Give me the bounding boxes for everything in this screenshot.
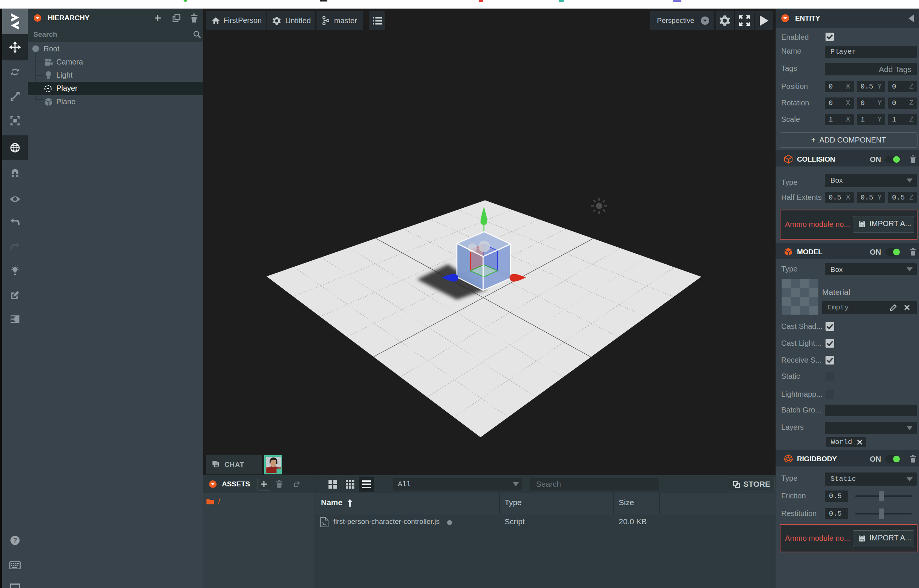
svg-text:?: ? bbox=[13, 536, 17, 544]
